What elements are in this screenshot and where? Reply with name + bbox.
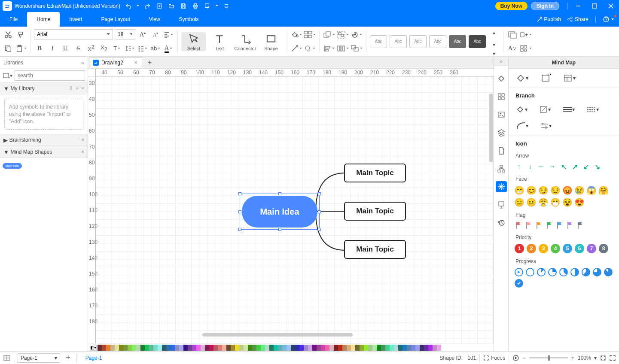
color-swatch[interactable] — [372, 345, 377, 351]
branch-settings-tool[interactable]: ▾ — [540, 122, 552, 129]
flag-icon[interactable] — [535, 221, 543, 229]
fit-page-button[interactable] — [600, 355, 606, 361]
priority-icon[interactable]: 3 — [539, 244, 548, 253]
text-tool[interactable]: Text — [207, 32, 232, 51]
decrease-font-button[interactable]: A▾ — [150, 29, 161, 40]
color-swatch[interactable] — [278, 345, 282, 351]
distribute-button[interactable] — [337, 43, 349, 54]
color-swatch[interactable] — [162, 345, 166, 351]
color-swatch[interactable] — [123, 345, 128, 351]
undo-button[interactable] — [124, 1, 133, 11]
flag-icon[interactable] — [546, 221, 553, 229]
color-swatch[interactable] — [437, 345, 441, 351]
focus-button[interactable]: Focus — [483, 355, 505, 361]
color-swatch[interactable] — [175, 345, 179, 351]
shape-tool[interactable]: Shape — [259, 32, 284, 51]
align-button[interactable] — [323, 43, 335, 54]
flag-icon[interactable] — [515, 221, 522, 229]
line-spacing-button[interactable] — [124, 43, 135, 54]
color-swatch[interactable] — [312, 345, 317, 351]
expand-right-panel[interactable]: » — [494, 57, 508, 66]
panel-image-tool[interactable]: + — [541, 74, 551, 82]
bullets-button[interactable] — [137, 43, 148, 54]
face-icon[interactable]: 😤 — [539, 197, 548, 207]
color-swatch[interactable] — [377, 345, 381, 351]
redo-button[interactable] — [143, 1, 152, 11]
color-swatch[interactable] — [415, 345, 420, 351]
tab-home[interactable]: Home — [27, 12, 60, 27]
branch-edit-tool[interactable]: ▾ — [540, 106, 551, 113]
color-swatch[interactable] — [274, 345, 278, 351]
node-topic-2[interactable]: Main Topic — [344, 202, 406, 221]
arrow-icon[interactable]: ↓ — [526, 162, 534, 171]
progress-icon[interactable] — [570, 268, 579, 276]
color-swatch[interactable] — [325, 345, 329, 351]
color-swatch[interactable] — [213, 345, 218, 351]
arrow-icon[interactable]: ↘ — [593, 162, 601, 171]
library-category-picker[interactable]: ▾ — [3, 70, 13, 81]
color-swatch[interactable] — [106, 345, 110, 351]
page-link[interactable]: Page-1 — [80, 355, 107, 361]
undo-dropdown[interactable] — [136, 1, 140, 11]
color-swatch[interactable] — [149, 345, 153, 351]
color-swatch[interactable] — [308, 345, 312, 351]
flag-icon[interactable] — [566, 221, 574, 229]
vertical-scrollbar[interactable] — [489, 94, 493, 162]
panel-layout-tool[interactable]: ▾ — [564, 74, 576, 82]
color-swatch[interactable] — [256, 345, 261, 351]
shadow-button[interactable] — [304, 43, 316, 54]
color-swatch[interactable] — [145, 345, 149, 351]
color-swatch[interactable] — [98, 345, 102, 351]
minimize-button[interactable] — [570, 0, 586, 12]
tab-view[interactable]: View — [140, 12, 170, 27]
progress-icon[interactable] — [515, 279, 523, 288]
color-swatch[interactable] — [334, 345, 338, 351]
quick-style-button[interactable] — [304, 29, 316, 40]
arrow-icon[interactable]: ↗ — [570, 162, 579, 171]
font-size-select[interactable] — [115, 29, 135, 39]
cut-button[interactable] — [3, 29, 14, 40]
library-search-input[interactable] — [15, 70, 85, 81]
color-swatch[interactable] — [261, 345, 265, 351]
progress-icon[interactable] — [515, 268, 523, 276]
color-swatch[interactable] — [179, 345, 183, 351]
rail-fill-icon[interactable] — [496, 73, 507, 84]
color-picker-button[interactable]: ◧▾ — [90, 345, 97, 351]
color-swatch[interactable] — [424, 345, 428, 351]
color-swatch[interactable] — [222, 345, 226, 351]
color-swatch[interactable] — [428, 345, 433, 351]
close-lib-icon[interactable]: × — [81, 85, 84, 91]
color-swatch[interactable] — [188, 345, 192, 351]
style-swatch-3[interactable]: Abc — [409, 35, 427, 48]
style-swatch-4[interactable]: Abc — [429, 35, 446, 48]
color-swatch[interactable] — [158, 345, 162, 351]
arrow-icon[interactable]: ↙ — [582, 162, 590, 171]
section-my-library[interactable]: ▼ My Library ⇩+× — [0, 82, 88, 94]
swatch-scroll-up[interactable]: ▴ — [488, 27, 500, 38]
buy-now-button[interactable]: Buy Now — [495, 2, 528, 10]
collapse-libraries-button[interactable]: « — [81, 60, 84, 66]
progress-icon[interactable] — [593, 268, 601, 276]
page-selector[interactable]: Page-1▾ — [18, 353, 60, 363]
node-topic-3[interactable]: Main Topic — [344, 240, 406, 259]
export-dropdown[interactable] — [215, 1, 219, 11]
italic-button[interactable]: I — [47, 43, 58, 54]
face-icon[interactable]: 😢 — [575, 185, 584, 195]
font-color-button[interactable]: A — [163, 43, 174, 54]
arrow-icon[interactable]: ↑ — [515, 162, 523, 171]
zoom-value[interactable]: 100% ▾ — [578, 355, 597, 361]
tab-insert[interactable]: Insert — [60, 12, 91, 27]
change-case-button[interactable]: ab — [150, 43, 161, 54]
rail-history-icon[interactable] — [496, 217, 507, 228]
progress-icon[interactable] — [526, 268, 534, 276]
rail-mindmap-icon[interactable] — [496, 181, 507, 192]
color-swatch[interactable] — [403, 345, 407, 351]
face-icon[interactable]: 😏 — [539, 185, 548, 195]
face-icon[interactable]: 😍 — [575, 197, 584, 207]
face-icon[interactable]: 😁 — [515, 185, 524, 195]
swatch-expand[interactable]: ▾ — [488, 51, 500, 56]
add-page-button[interactable]: + — [64, 353, 73, 363]
branch-fill-tool[interactable]: ▾ — [516, 106, 528, 113]
subscript-button[interactable]: X2 — [98, 43, 110, 54]
insert-element-button[interactable] — [520, 29, 532, 40]
